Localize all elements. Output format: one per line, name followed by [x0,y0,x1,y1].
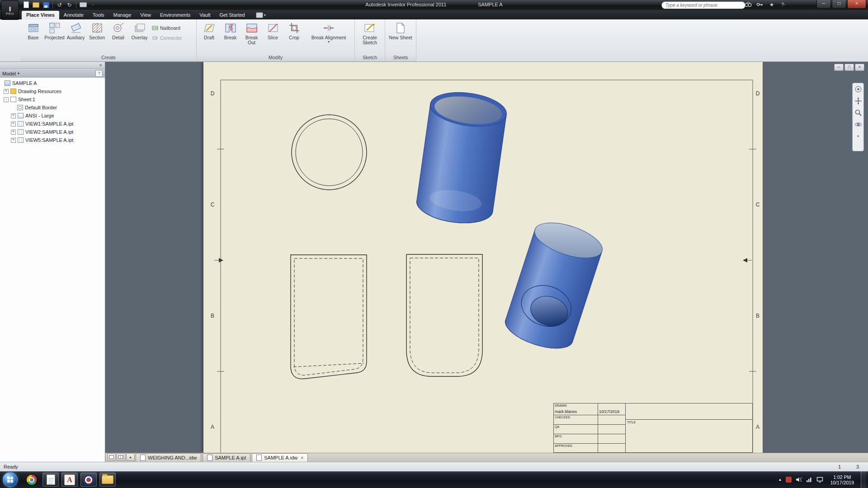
tab-annotate[interactable]: Annotate [59,11,88,19]
help-button[interactable]: ?▾ [779,1,788,8]
show-desktop-button[interactable] [861,471,866,488]
panel-label-create[interactable]: Create [21,54,196,61]
save-button[interactable] [42,1,50,9]
panel-label-modify[interactable]: Modify [197,54,354,61]
redo-button[interactable]: ↻ [65,1,74,9]
pan-icon[interactable] [854,97,862,105]
drawing-canvas[interactable]: D C B A D C B A [105,62,868,453]
expander-icon[interactable]: - [4,97,9,102]
doc-tab-sample-ipt[interactable]: SAMPLE A.ipt [203,453,250,462]
slice-button[interactable]: Slice [262,20,283,40]
tab-close-icon[interactable]: × [301,455,303,460]
break-button[interactable]: Break [220,20,241,40]
minimize-button[interactable]: ─ [816,0,831,9]
volume-button[interactable] [796,477,802,483]
tab-vault[interactable]: Vault [195,11,215,19]
tree-item-view2[interactable]: + VIEW2:SAMPLE A.ipt [0,128,105,136]
taskbar-chrome-button[interactable] [24,473,40,487]
start-button[interactable] [3,472,18,487]
qat-customize-button[interactable]: ▾ [89,1,97,9]
break-out-button[interactable]: Break Out [241,20,262,45]
ribbon-appearance-button[interactable]: ▾ [256,12,266,18]
taskbar-inventor-button[interactable]: A [61,473,78,487]
taskbar-clock[interactable]: 1:02 PM 10/17/2019 [827,474,857,485]
taskbar-seal-app-button[interactable] [80,473,97,487]
doc-close-button[interactable]: × [855,64,864,71]
tree-item-view1[interactable]: + VIEW1:SAMPLE A.ipt [0,120,105,128]
orbit-icon[interactable] [854,120,862,128]
tree-item-sheet1[interactable]: - Sheet:1 [0,95,105,103]
expander-icon[interactable]: + [11,138,16,143]
tab-environments[interactable]: Environments [156,11,195,19]
svg-text:A: A [756,424,760,430]
expander-icon[interactable]: + [11,122,16,127]
tab-view[interactable]: View [136,11,156,19]
browser-close-button[interactable]: × [98,63,104,68]
system-tray: ▲ 1:02 PM 10/17/2019 [778,471,868,488]
panel-label-sketch[interactable]: Sketch [355,54,385,61]
navbar-options-icon[interactable]: ▾ [854,132,862,140]
new-file-button[interactable] [22,1,30,9]
tree-item-ansi-large[interactable]: + ANSI - Large [0,112,105,120]
network-button[interactable] [806,477,812,483]
doc-minimize-button[interactable]: ─ [834,64,844,71]
projected-button[interactable]: Projected [44,20,65,40]
display-button[interactable] [816,477,823,483]
open-file-button[interactable] [32,1,40,9]
search-binoculars-button[interactable] [744,1,753,8]
base-button[interactable]: Base [23,20,44,40]
crop-button[interactable]: Crop [283,20,305,40]
expander-icon[interactable]: + [4,89,9,94]
view-iso-cylinder-2[interactable] [501,216,606,356]
create-sketch-button[interactable]: Create Sketch [357,20,383,45]
search-input[interactable] [661,1,745,9]
tree-item-drawing-resources[interactable]: + Drawing Resources [0,87,105,95]
cascade-windows-button[interactable] [107,453,116,461]
browser-help-button[interactable]: ? [95,70,103,77]
taskbar-editor-button[interactable] [42,473,59,487]
tile-windows-button[interactable] [117,453,125,461]
doc-tab-weighing[interactable]: WEIGHING AND...idw [136,453,201,462]
subscription-key-button[interactable] [755,1,764,8]
print-button[interactable] [79,1,87,9]
tab-tools[interactable]: Tools [88,11,109,19]
application-menu-button[interactable]: I PRO [1,0,19,20]
panel-label-sheets[interactable]: Sheets [385,54,416,61]
auxiliary-button[interactable]: Auxiliary [65,20,86,40]
view-front-2[interactable] [406,254,482,376]
zoom-icon[interactable] [854,108,862,117]
steering-wheel-icon[interactable] [854,85,862,93]
tab-manage[interactable]: Manage [109,11,136,19]
browser-drag-strip[interactable]: × [0,62,105,69]
detail-button[interactable]: Detail [108,20,129,40]
new-sheet-button[interactable]: New Sheet [387,20,414,40]
tree-item-view5[interactable]: + VIEW5:SAMPLE A.ipt [0,136,105,144]
title-block[interactable]: DRAWN mark.blanes CHECKED QA MFG APPROVE… [553,403,753,453]
favorites-button[interactable]: ★ [767,1,776,8]
maximize-button[interactable]: □ [832,0,846,9]
taskbar-explorer-button[interactable] [99,473,116,487]
section-button[interactable]: Section [86,20,108,40]
tab-scroll-button[interactable]: ▲ [126,453,135,461]
view-top-circle[interactable] [292,115,367,190]
doc-restore-button[interactable]: □ [844,64,854,71]
view-iso-cylinder-1[interactable] [415,88,509,228]
expander-icon[interactable]: + [11,130,16,135]
close-button[interactable]: × [847,0,866,9]
break-alignment-button[interactable]: Break Alignment ▾ [305,20,353,43]
drawing-sheet[interactable]: D C B A D C B A [203,62,763,453]
doc-tab-sample-idw[interactable]: SAMPLE A.idw × [252,453,308,462]
undo-button[interactable]: ↺ [55,1,64,9]
tree-item-default-border[interactable]: Default Border [0,103,105,112]
expander-icon[interactable]: + [11,113,16,118]
tab-get-started[interactable]: Get Started [215,11,249,19]
tree-item-root[interactable]: SAMPLE A [0,79,105,87]
nailboard-button[interactable]: Nailboard [152,23,194,33]
chevron-down-icon[interactable]: ▾ [18,71,19,75]
tray-alert-button[interactable] [786,477,792,483]
draft-button[interactable]: Draft [198,20,220,40]
view-front-1[interactable] [291,255,367,379]
tab-place-views[interactable]: Place Views [22,11,59,19]
overlay-button[interactable]: Overlay [129,20,150,40]
show-hidden-icons-button[interactable]: ▲ [778,478,782,482]
